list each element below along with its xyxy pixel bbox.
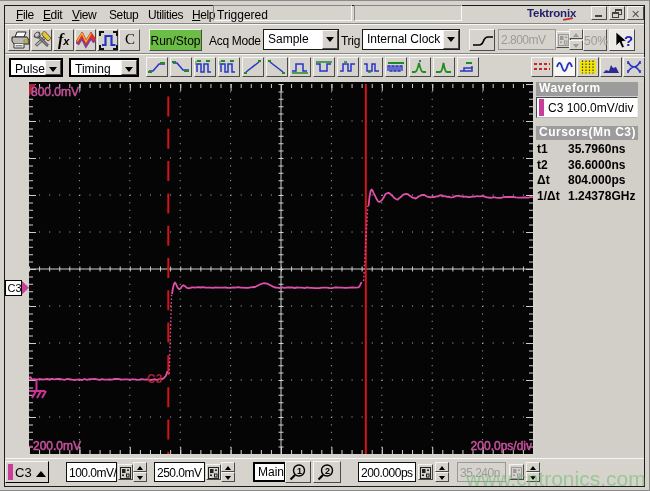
svg-text:200.0ps/div: 200.0ps/div <box>471 439 532 453</box>
svg-text:C3: C3 <box>8 282 22 294</box>
svg-text:-200.0mV: -200.0mV <box>29 439 81 453</box>
svg-text:F: F <box>195 60 199 66</box>
svg-text:F: F <box>219 60 223 66</box>
svg-text:1: 1 <box>297 466 302 476</box>
svg-text:800.0mV: 800.0mV <box>31 85 79 99</box>
svg-text:2: 2 <box>325 466 330 476</box>
svg-text:?: ? <box>624 32 633 49</box>
svg-text:C3: C3 <box>147 372 163 386</box>
